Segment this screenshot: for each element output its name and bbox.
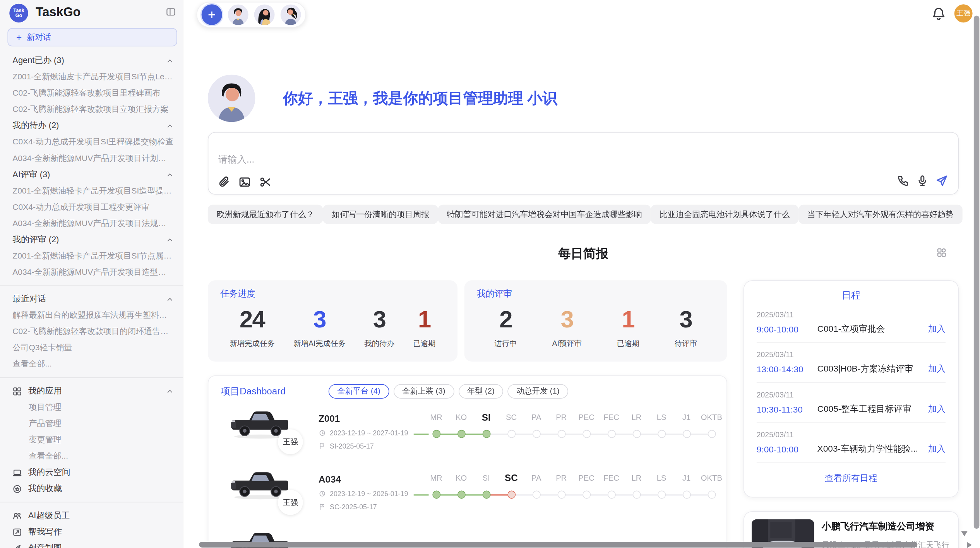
milestone: SI (474, 410, 499, 444)
image-upload-icon[interactable] (238, 176, 251, 188)
greeting-text: 你好，王强，我是你的项目管理助理 小识 (283, 88, 557, 108)
sidebar-section: AI评审 (3)Z001-全新燃油轻卡产品开发项目SI造型提交物评审C0X4-动… (0, 166, 183, 231)
suggestion-chip[interactable]: 比亚迪全固态电池计划具体说了什么 (651, 205, 799, 224)
sidebar-item[interactable]: C02-飞腾新能源轻客改款项目立项汇报方案 (0, 101, 183, 118)
dashboard-tab[interactable]: 动总开发 (1) (508, 384, 568, 399)
scroll-down-arrow-icon[interactable] (961, 531, 967, 536)
schedule-view-all-link[interactable]: 查看所有日程 (744, 473, 958, 484)
sidebar-item[interactable]: A034-全新新能源MUV产品开发项目造型可行性评审 (0, 264, 183, 280)
dashboard-tab[interactable]: 年型 (2) (458, 384, 503, 399)
milestone: PEC (574, 471, 599, 504)
dashboard-title: 项目Dashboard (221, 385, 329, 397)
event-main: 9:00-10:00X003-车辆动力学性能验...加入 (757, 444, 946, 455)
send-icon[interactable] (935, 175, 948, 187)
scroll-right-arrow-icon[interactable] (967, 542, 972, 548)
project-info: Z0012023-12-19 ~ 2027-01-19SI-2025-05-17 (319, 413, 408, 450)
horizontal-scrollbar[interactable] (199, 542, 917, 548)
milestone-dot (457, 491, 465, 499)
sidebar-header: Task Go TaskGo (0, 0, 183, 26)
milestone: PR (549, 410, 574, 444)
section-header[interactable]: 我的评审 (2) (0, 231, 183, 248)
left-column: 任务进度24新增完成任务3新增AI完成任务3我的待办1已逾期我的评审2进行中3A… (208, 280, 727, 548)
milestone-dot (582, 430, 590, 438)
project-row[interactable]: 王强Z0012023-12-19 ~ 2027-01-19SI-2025-05-… (221, 404, 726, 464)
sidebar-item[interactable]: Z001-全新燃油轻卡产品开发项目SI节点属性5D文件评审 (0, 248, 183, 264)
recent-conversation-item[interactable]: 公司Q3轻卡销量 (0, 340, 183, 356)
milestone-label: OKTB (699, 410, 724, 425)
event-join-link[interactable]: 加入 (928, 363, 946, 375)
app-subitem[interactable]: 产品管理 (0, 416, 183, 432)
recent-view-all-link[interactable]: 查看全部... (0, 356, 183, 372)
chat-input-card (208, 132, 959, 195)
milestone-label: PR (549, 471, 574, 486)
sidebar-tool-pen[interactable]: 创意制图 (0, 540, 183, 548)
voice-call-phone-icon[interactable] (897, 175, 909, 187)
section-title: 最近对话 (12, 293, 46, 305)
sidebar-tool-people[interactable]: AI超级员工 (0, 507, 183, 524)
suggestion-chip[interactable]: 如何写一份清晰的项目周报 (323, 205, 438, 224)
stat-card-title: 任务进度 (220, 288, 445, 300)
section-header[interactable]: 我的待办 (2) (0, 118, 183, 134)
section-header[interactable]: Agent已办 (3) (0, 53, 183, 69)
sidebar-item-laptop[interactable]: 我的云空间 (0, 464, 183, 481)
microphone-icon[interactable] (916, 175, 929, 187)
date-range: 2023-12-19 ~ 2027-01-19 (330, 429, 408, 437)
app-subitem[interactable]: 查看全部... (0, 448, 183, 464)
event-join-link[interactable]: 加入 (928, 444, 946, 455)
sidebar-item[interactable]: A034-全新新能源MUV产品开发项目法规符合性评审 (0, 215, 183, 231)
recent-section-header[interactable]: 最近对话 (0, 291, 183, 307)
section-title: 我的待办 (2) (12, 120, 59, 131)
milestone-dot (682, 430, 690, 438)
project-name: A034 (319, 474, 408, 484)
dashboard-tab[interactable]: 全新上装 (3) (394, 384, 454, 399)
milestone-connector (414, 433, 429, 435)
chevron-up-icon (166, 57, 174, 65)
vertical-scrollbar[interactable] (974, 15, 980, 529)
schedule-card: 日程 2025/03/119:00-10:00C001-立项审批会加入2025/… (744, 280, 959, 497)
event-join-link[interactable]: 加入 (928, 404, 946, 415)
briefing-header: 每日简报 (208, 245, 959, 260)
flag-icon (319, 442, 326, 450)
screenshot-scissors-icon[interactable] (259, 176, 271, 188)
sidebar-item[interactable]: Z001-全新燃油皮卡产品开发项目SI节点Lesson Learn报告 (0, 69, 183, 85)
plus-icon: + (16, 32, 22, 42)
attachment-paperclip-icon[interactable] (218, 176, 230, 188)
milestone-dot (507, 430, 515, 438)
app-subitem[interactable]: 变更管理 (0, 432, 183, 448)
milestone-label: J1 (674, 410, 699, 425)
collapse-sidebar-icon[interactable] (166, 7, 176, 17)
app-subitem[interactable]: 项目管理 (0, 399, 183, 416)
section-header[interactable]: AI评审 (3) (0, 166, 183, 183)
recent-conversation-item[interactable]: C02-飞腾新能源轻客改款项目的闭环通告反馈情况 (0, 324, 183, 340)
sidebar-item[interactable]: C0X4-动力总成开发项目工程变更评审 (0, 199, 183, 215)
sidebar-item[interactable]: Z001-全新燃油轻卡产品开发项目SI造型提交物评审 (0, 183, 183, 199)
milestone-label: LS (649, 471, 674, 486)
stat-value: 3 (293, 306, 346, 333)
event-join-link[interactable]: 加入 (928, 324, 946, 335)
sidebar-item-fav[interactable]: 我的收藏 (0, 481, 183, 497)
sidebar-item-my-apps[interactable]: 我的应用 (0, 383, 183, 399)
row-label: 帮我写作 (28, 526, 174, 538)
event-main: 13:00-14:30C003|H0B-方案冻结评审加入 (757, 363, 946, 375)
chevron-up-icon (166, 122, 174, 130)
sidebar-item[interactable]: C0X4-动力总成开发项目SI里程碑提交物检查 (0, 134, 183, 150)
sidebar-item[interactable]: A034-全新新能源MUV产品开发项目计划变更表编写 (0, 150, 183, 166)
recent-conversation-item[interactable]: 解释最新出台的欧盟报废车法规再生塑料比例被调至15%... (0, 307, 183, 324)
milestone-dot (708, 491, 716, 499)
chat-input[interactable] (218, 154, 781, 164)
suggestion-chip[interactable]: 当下年轻人对汽车外观有怎样的喜好趋势 (798, 205, 963, 224)
suggestion-chip[interactable]: 特朗普可能对进口汽车增税会对中国车企造成哪些影响 (438, 205, 651, 224)
sidebar-item[interactable]: C02-飞腾新能源轻客改款项目里程碑画布 (0, 85, 183, 101)
new-chat-button[interactable]: + 新对话 (7, 28, 177, 46)
sidebar-tool-write[interactable]: 帮我写作 (0, 524, 183, 540)
briefing-layout-grid-icon[interactable] (936, 247, 947, 258)
stat: 1已逾期 (413, 306, 435, 349)
suggestion-chip[interactable]: 欧洲新规最近颁布了什么？ (208, 205, 323, 224)
dashboard-tab[interactable]: 全新平台 (4) (329, 384, 389, 399)
project-row[interactable]: 王强A0342023-12-19 ~ 2026-01-19SC-2025-05-… (221, 464, 726, 525)
stat-value: 24 (230, 306, 274, 333)
milestone-dot (557, 430, 565, 438)
milestone-label: SC (499, 471, 524, 486)
stat: 1已逾期 (617, 306, 639, 349)
stat-label: 新增完成任务 (230, 339, 274, 349)
